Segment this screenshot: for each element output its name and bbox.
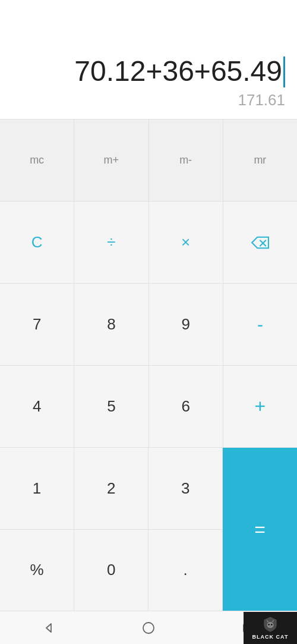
key-dot[interactable]: . [148,530,222,611]
key-mr[interactable]: mr [223,120,297,201]
backspace-icon [250,235,270,250]
key-0[interactable]: 0 [74,530,148,611]
svg-point-3 [143,623,154,633]
row-456: 4 5 6 + [0,366,297,448]
display-area: 70.12+36+65.49 171.61 [0,0,297,119]
key-7[interactable]: 7 [0,284,74,365]
operator-row: C ÷ × [0,202,297,284]
row-789: 7 8 9 - [0,284,297,366]
svg-point-9 [271,624,273,626]
memory-row: mc m+ m- mr [0,120,297,202]
expression-display: 70.12+36+65.49 [74,56,285,87]
left-column: 1 2 3 % 0 . [0,448,222,611]
key-2[interactable]: 2 [74,448,148,529]
key-6[interactable]: 6 [149,366,223,447]
rows-combined: 1 2 3 % 0 . = [0,448,297,611]
key-1[interactable]: 1 [0,448,74,529]
key-mminus[interactable]: m- [149,120,223,201]
key-4[interactable]: 4 [0,366,74,447]
back-icon [43,621,56,634]
equals-label: = [254,519,266,541]
key-plus[interactable]: + [223,366,297,447]
keypad: mc m+ m- mr C ÷ × 7 8 9 - 4 5 6 + [0,119,297,611]
key-3[interactable]: 3 [148,448,222,529]
nav-home[interactable] [138,617,159,639]
black-cat-badge: BLACK CAT [244,612,297,644]
key-clear[interactable]: C [0,202,74,283]
svg-point-5 [267,622,273,628]
black-cat-logo-icon [262,616,279,633]
key-backspace[interactable] [223,202,297,283]
expression-text: 70.12+36+65.49 [74,56,282,87]
row-123: 1 2 3 [0,448,222,530]
key-multiply[interactable]: × [149,202,223,283]
black-cat-text: BLACK CAT [252,634,289,640]
result-display: 171.61 [238,91,285,109]
key-percent[interactable]: % [0,530,74,611]
key-mc[interactable]: mc [0,120,74,201]
svg-marker-2 [46,624,51,632]
key-8[interactable]: 8 [74,284,148,365]
nav-back[interactable] [39,617,60,639]
home-icon [142,621,155,634]
key-5[interactable]: 5 [74,366,148,447]
key-minus[interactable]: - [223,284,297,365]
row-percent-zero-dot: % 0 . [0,530,222,611]
key-equals[interactable]: = [222,448,297,611]
key-9[interactable]: 9 [149,284,223,365]
cursor-indicator [283,56,285,87]
key-mplus[interactable]: m+ [74,120,148,201]
svg-point-8 [268,624,270,626]
key-divide[interactable]: ÷ [74,202,148,283]
